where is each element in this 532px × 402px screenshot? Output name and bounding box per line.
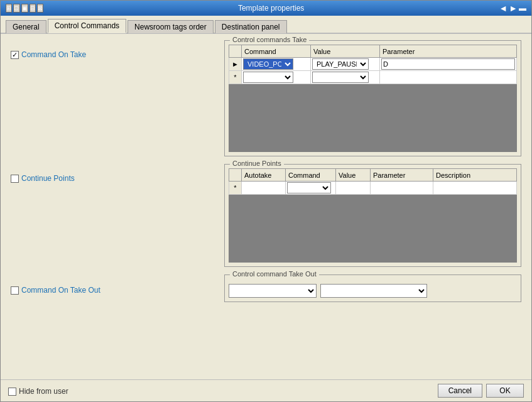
tab-newsroom-tags[interactable]: Newsroom tags order xyxy=(128,20,214,33)
col-header-parameter: Parameter xyxy=(380,45,517,58)
hide-from-user-checkbox[interactable] xyxy=(8,388,16,396)
new-value-cell xyxy=(311,71,380,84)
cp-new-row-indicator: * xyxy=(229,182,242,195)
control-command-take-out-group: Control command Take Out xyxy=(224,274,521,302)
control-command-take-out-legend: Control command Take Out xyxy=(230,270,319,278)
command-on-take-out-checkbox-label[interactable]: Command On Take Out xyxy=(11,285,117,295)
icon-btn-4[interactable]: ⊟ xyxy=(30,4,36,13)
icon-btn-2[interactable]: ⊡ xyxy=(13,4,19,13)
parameter-input[interactable] xyxy=(381,58,515,70)
cp-command-cell xyxy=(286,182,336,195)
footer-left: Hide from user xyxy=(8,386,68,396)
main-window: ⊞ ⊡ ▣ ⊟ ⊠ Template properties ◄ ► ▬ Gene… xyxy=(0,0,532,402)
empty-row-2 xyxy=(229,95,517,107)
nav-restore-icon[interactable]: ▬ xyxy=(519,4,526,13)
take-out-command-select[interactable] xyxy=(229,284,317,298)
value-cell: PLAY_PAUSE xyxy=(311,58,380,71)
hide-from-user-text: Hide from user xyxy=(19,387,68,396)
continue-points-checkbox[interactable] xyxy=(11,175,19,183)
command-on-take-label-col: Command On Take xyxy=(11,40,117,59)
icon-btn-3[interactable]: ▣ xyxy=(21,4,28,13)
continue-points-label-text: Continue Points xyxy=(21,174,75,183)
continue-points-section: Continue Points Continue Points Autotake… xyxy=(11,164,521,267)
col-header-command: Command xyxy=(242,45,311,58)
window-title: Template properties xyxy=(43,4,499,13)
continue-points-checkbox-label[interactable]: Continue Points xyxy=(11,173,117,183)
cp-col-command: Command xyxy=(286,169,336,182)
footer-right: Cancel OK xyxy=(438,384,524,398)
cp-col-parameter: Parameter xyxy=(371,169,433,182)
cp-col-value: Value xyxy=(336,169,371,182)
new-command-cell xyxy=(242,71,311,84)
col-header-indicator xyxy=(229,45,242,58)
title-bar: ⊞ ⊡ ▣ ⊟ ⊠ Template properties ◄ ► ▬ xyxy=(1,1,531,16)
value-select[interactable]: PLAY_PAUSE xyxy=(312,58,369,70)
new-row-indicator: * xyxy=(229,71,242,84)
command-on-take-out-section: Command On Take Out Control command Take… xyxy=(11,274,521,302)
row-active-indicator: ► xyxy=(229,58,242,71)
commands-take-table: Command Value Parameter ► xyxy=(229,45,517,152)
new-value-select[interactable] xyxy=(312,72,369,83)
empty-row-6 xyxy=(229,141,517,152)
nav-left-icon[interactable]: ◄ xyxy=(499,3,508,13)
cp-col-description: Description xyxy=(433,169,517,182)
cancel-button[interactable]: Cancel xyxy=(438,384,482,398)
command-on-take-checkbox[interactable] xyxy=(11,51,19,59)
empty-row-1 xyxy=(229,84,517,95)
take-out-value-select[interactable] xyxy=(320,284,427,298)
tabs-bar: General Control Commands Newsroom tags o… xyxy=(1,16,531,34)
cp-parameter-cell xyxy=(371,182,433,195)
tab-destination-panel[interactable]: Destination panel xyxy=(215,20,287,33)
continue-points-table-container: Autotake Command Value Parameter Descrip… xyxy=(229,168,517,263)
command-on-take-label-text: Command On Take xyxy=(21,50,86,59)
control-commands-take-group: Control commands Take Command Value Para… xyxy=(224,40,521,156)
command-on-take-out-label-text: Command On Take Out xyxy=(21,286,100,295)
empty-row-5 xyxy=(229,129,517,141)
continue-points-label-col: Continue Points xyxy=(11,164,117,183)
command-on-take-out-label-col: Command On Take Out xyxy=(11,274,117,295)
parameter-cell xyxy=(380,58,517,71)
table-header-row: Command Value Parameter xyxy=(229,45,517,58)
cp-col-autotake: Autotake xyxy=(242,169,286,182)
command-select-cell: VIDEO_PORT xyxy=(243,58,309,70)
cp-command-select[interactable] xyxy=(287,182,331,193)
tab-control-commands[interactable]: Control Commands xyxy=(48,19,126,33)
new-command-select[interactable] xyxy=(243,72,293,83)
hide-from-user-label[interactable]: Hide from user xyxy=(8,386,68,396)
nav-right-icon[interactable]: ► xyxy=(509,3,518,13)
continue-points-group: Continue Points Autotake Command Value P… xyxy=(224,164,521,267)
cp-empty-5 xyxy=(229,240,517,251)
cp-value-cell xyxy=(336,182,371,195)
cp-empty-3 xyxy=(229,217,517,229)
continue-points-legend: Continue Points xyxy=(230,160,284,167)
icon-btn-5[interactable]: ⊠ xyxy=(37,4,43,13)
cp-empty-6 xyxy=(229,251,517,263)
control-commands-take-legend: Control commands Take xyxy=(230,36,309,43)
cp-new-row: * xyxy=(229,182,517,195)
tab-general[interactable]: General xyxy=(6,20,46,33)
table-row: ► VIDEO_PORT xyxy=(229,58,517,71)
cp-empty-1 xyxy=(229,195,517,206)
cp-autotake-cell xyxy=(242,182,286,195)
cp-col-indicator xyxy=(229,169,242,182)
cp-description-cell xyxy=(433,182,517,195)
cp-header-row: Autotake Command Value Parameter Descrip… xyxy=(229,169,517,182)
take-out-controls-row xyxy=(229,284,517,298)
new-parameter-cell xyxy=(380,71,517,84)
command-cell: VIDEO_PORT xyxy=(242,58,311,71)
command-on-take-section: Command On Take Control commands Take Co… xyxy=(11,40,521,156)
continue-points-table: Autotake Command Value Parameter Descrip… xyxy=(229,168,517,263)
icon-btn-1[interactable]: ⊞ xyxy=(6,4,12,13)
value-select-cell: PLAY_PAUSE xyxy=(312,58,378,70)
command-select[interactable]: VIDEO_PORT xyxy=(243,58,293,70)
new-row: * xyxy=(229,71,517,84)
footer: Hide from user Cancel OK xyxy=(1,379,531,401)
ok-button[interactable]: OK xyxy=(486,384,524,398)
cp-empty-4 xyxy=(229,229,517,240)
col-header-value: Value xyxy=(311,45,380,58)
command-on-take-out-checkbox[interactable] xyxy=(11,286,19,295)
commands-take-table-container: Command Value Parameter ► xyxy=(229,45,517,152)
command-on-take-checkbox-label[interactable]: Command On Take xyxy=(11,49,117,59)
empty-row-4 xyxy=(229,118,517,129)
nav-icons: ◄ ► ▬ xyxy=(499,3,526,13)
